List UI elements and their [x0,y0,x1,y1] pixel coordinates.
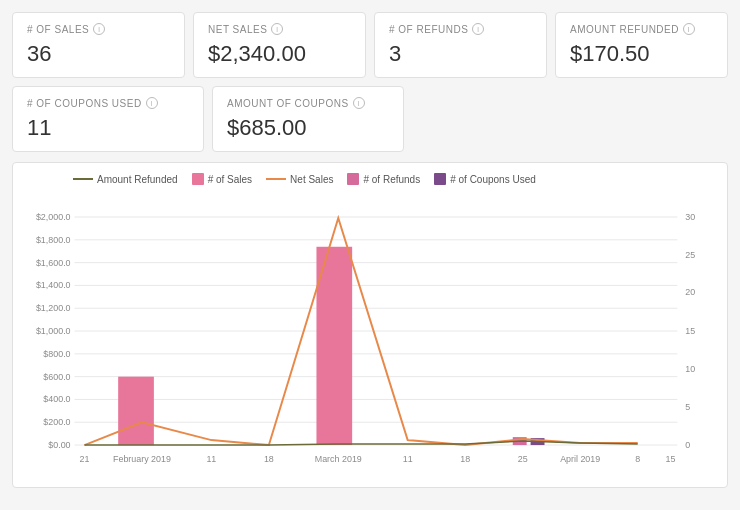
info-icon-amountrefunded[interactable]: i [683,23,695,35]
svg-text:$1,600.0: $1,600.0 [36,258,71,268]
stat-card-amountrefunded: AMOUNT REFUNDED i $170.50 [555,12,728,78]
svg-text:18: 18 [460,454,470,464]
stat-value-sales: 36 [27,41,170,67]
stat-card-amountcoupons: AMOUNT OF COUPONS i $685.00 [212,86,404,152]
legend-label-amountrefunded: Amount Refunded [97,174,178,185]
svg-text:18: 18 [264,454,274,464]
info-icon-sales[interactable]: i [93,23,105,35]
svg-text:$2,000.0: $2,000.0 [36,212,71,222]
legend-bar-sales [192,173,204,185]
legend-label-sales: # of Sales [208,174,252,185]
legend-label-refunds: # of Refunds [363,174,420,185]
svg-text:20: 20 [685,287,695,297]
stat-value-netsales: $2,340.00 [208,41,351,67]
svg-text:15: 15 [685,326,695,336]
stats-row-1: # OF SALES i 36 NET SALES i $2,340.00 # … [12,12,728,78]
stat-value-refunds: 3 [389,41,532,67]
stat-card-couponsused: # OF COUPONS USED i 11 [12,86,204,152]
stat-card-refunds: # OF REFUNDS i 3 [374,12,547,78]
dashboard: # OF SALES i 36 NET SALES i $2,340.00 # … [0,0,740,500]
stats-row-2: # OF COUPONS USED i 11 AMOUNT OF COUPONS… [12,86,728,152]
bar-sales-feb [118,377,154,445]
chart-svg: .axis-text { font-size: 9px; fill: #888;… [23,191,717,481]
svg-text:25: 25 [685,250,695,260]
chart-container: Amount Refunded # of Sales Net Sales # o… [12,162,728,488]
label-text-amountrefunded: AMOUNT REFUNDED [570,24,679,35]
label-text-sales: # OF SALES [27,24,89,35]
svg-text:$1,400.0: $1,400.0 [36,280,71,290]
stat-value-amountcoupons: $685.00 [227,115,389,141]
svg-text:$1,800.0: $1,800.0 [36,235,71,245]
info-icon-netsales[interactable]: i [271,23,283,35]
stat-label-couponsused: # OF COUPONS USED i [27,97,189,109]
legend-line-netsales [266,178,286,180]
stat-label-amountcoupons: AMOUNT OF COUPONS i [227,97,389,109]
bar-sales-march [316,247,352,445]
legend-couponsused: # of Coupons Used [434,173,536,185]
svg-text:30: 30 [685,212,695,222]
info-icon-refunds[interactable]: i [472,23,484,35]
stat-card-sales: # OF SALES i 36 [12,12,185,78]
svg-text:11: 11 [403,454,413,464]
svg-text:$400.0: $400.0 [43,394,70,404]
svg-text:11: 11 [206,454,216,464]
chart-legend: Amount Refunded # of Sales Net Sales # o… [23,173,717,185]
legend-bar-refunds [347,173,359,185]
legend-label-couponsused: # of Coupons Used [450,174,536,185]
svg-text:March 2019: March 2019 [315,454,362,464]
legend-refunds: # of Refunds [347,173,420,185]
stat-label-refunds: # OF REFUNDS i [389,23,532,35]
svg-text:21: 21 [80,454,90,464]
svg-text:April 2019: April 2019 [560,454,600,464]
svg-text:$800.0: $800.0 [43,349,70,359]
label-text-netsales: NET SALES [208,24,267,35]
label-text-refunds: # OF REFUNDS [389,24,468,35]
chart-area: .axis-text { font-size: 9px; fill: #888;… [23,191,717,481]
stat-label-sales: # OF SALES i [27,23,170,35]
svg-text:February 2019: February 2019 [113,454,171,464]
label-text-couponsused: # OF COUPONS USED [27,98,142,109]
svg-text:$1,000.0: $1,000.0 [36,326,71,336]
svg-text:5: 5 [685,402,690,412]
info-icon-couponsused[interactable]: i [146,97,158,109]
info-icon-amountcoupons[interactable]: i [353,97,365,109]
legend-amount-refunded: Amount Refunded [73,174,178,185]
legend-label-netsales: Net Sales [290,174,333,185]
stat-card-netsales: NET SALES i $2,340.00 [193,12,366,78]
svg-text:$0.00: $0.00 [48,440,70,450]
svg-text:25: 25 [518,454,528,464]
svg-text:0: 0 [685,440,690,450]
stat-label-netsales: NET SALES i [208,23,351,35]
legend-sales: # of Sales [192,173,252,185]
svg-text:$200.0: $200.0 [43,417,70,427]
legend-line-amountrefunded [73,178,93,180]
line-amountrefunded [84,441,637,445]
svg-text:10: 10 [685,364,695,374]
legend-netsales: Net Sales [266,174,333,185]
legend-bar-couponsused [434,173,446,185]
stat-label-amountrefunded: AMOUNT REFUNDED i [570,23,713,35]
label-text-amountcoupons: AMOUNT OF COUPONS [227,98,349,109]
svg-text:$1,200.0: $1,200.0 [36,303,71,313]
svg-text:8: 8 [635,454,640,464]
svg-text:15: 15 [665,454,675,464]
stat-value-amountrefunded: $170.50 [570,41,713,67]
svg-text:$600.0: $600.0 [43,372,70,382]
stat-value-couponsused: 11 [27,115,189,141]
